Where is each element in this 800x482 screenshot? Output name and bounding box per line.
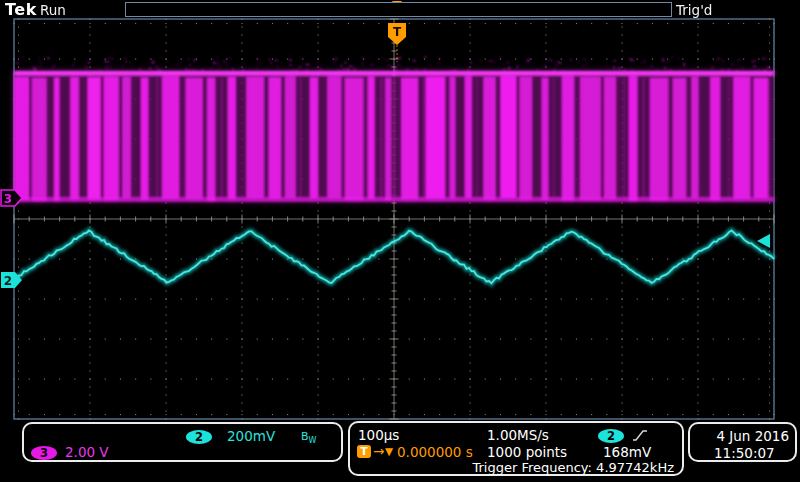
delay-marker-icon: ▼ [385, 445, 393, 457]
time-value: 11:50:07 [714, 445, 775, 461]
timebase-value: 100µs [358, 427, 399, 443]
svg-text:2: 2 [4, 274, 12, 288]
trigger-t-icon: T [357, 445, 371, 458]
trigger-slope-icon [632, 428, 648, 443]
ch3-scale: 2.00 V [65, 444, 109, 460]
delay-value: 0.000000 s [397, 444, 473, 460]
date-value: 4 Jun 2016 [716, 428, 789, 444]
scope-display-svg: 32T [0, 0, 800, 482]
trigger-status: Trig'd [676, 2, 712, 18]
oscilloscope-screen: 32T Tek Run Trig'd 2 200mV BW 3 2.00 V 1… [0, 0, 800, 482]
horizontal-trigger-readout-box[interactable]: 100µs 1.00MS/s 2 T → ▼ 0.000000 s 1000 p… [348, 421, 684, 476]
sample-rate-value: 1.00MS/s [487, 427, 549, 443]
delay-arrow-icon: → [373, 443, 384, 459]
datetime-box[interactable]: 4 Jun 2016 11:50:07 [688, 422, 797, 462]
svg-text:3: 3 [4, 192, 12, 206]
svg-text:T: T [393, 25, 402, 39]
trigger-frequency-label: Trigger Frequency: 4.97742kHz [472, 460, 674, 475]
ch3-badge: 3 [31, 446, 57, 460]
tek-logo: Tek [5, 0, 37, 19]
trigger-level-value: 168mV [603, 444, 651, 460]
acquisition-preview-bar [125, 2, 672, 17]
channel-readout-box[interactable]: 2 200mV BW 3 2.00 V [22, 422, 343, 462]
acquisition-status: Run [40, 2, 66, 18]
ch2-bandwidth-icon: BW [301, 430, 316, 445]
trigger-source-badge: 2 [598, 429, 624, 443]
ch3-trace [14, 56, 774, 202]
record-length-value: 1000 points [487, 444, 567, 460]
trigger-flag[interactable]: T [388, 23, 406, 62]
ch2-badge: 2 [186, 430, 212, 444]
ch2-scale: 200mV [227, 428, 275, 444]
